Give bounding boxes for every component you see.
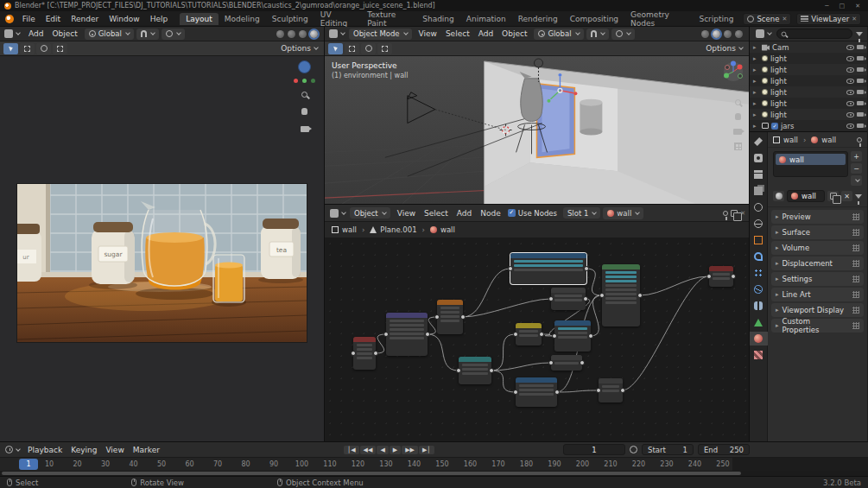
next-keyframe-button[interactable]: ▶▶ xyxy=(402,446,418,454)
render-visibility-icon[interactable] xyxy=(857,79,864,83)
editor-type-button[interactable] xyxy=(327,29,346,38)
properties-tab-particles[interactable] xyxy=(750,266,768,280)
shader-type-dropdown[interactable]: Object xyxy=(350,207,390,219)
render-visibility-icon[interactable] xyxy=(857,112,864,117)
jump-to-end-button[interactable]: ▶│ xyxy=(419,446,434,454)
breadcrumb-item[interactable]: wall xyxy=(342,225,357,234)
grip-icon[interactable] xyxy=(852,229,859,236)
menu-object[interactable]: Object xyxy=(48,29,81,38)
tool-select-lasso-button[interactable] xyxy=(53,43,67,54)
horizontal-scrollbar[interactable] xyxy=(0,471,868,476)
unlink-scene-icon[interactable]: ✕ xyxy=(782,16,787,22)
options-button[interactable]: Options xyxy=(281,44,320,53)
visibility-eye-icon[interactable] xyxy=(846,56,854,61)
shader-node-10[interactable] xyxy=(602,264,640,326)
render-visibility-icon[interactable] xyxy=(857,67,864,72)
visibility-eye-icon[interactable] xyxy=(846,45,854,50)
workspace-tab-animation[interactable]: Animation xyxy=(460,13,512,25)
remove-slot-button[interactable]: − xyxy=(851,163,862,174)
axis-z-dot[interactable] xyxy=(311,79,315,83)
previous-keyframe-button[interactable]: ◀◀ xyxy=(360,446,377,454)
grip-icon[interactable] xyxy=(852,291,859,298)
timeline-editor-button[interactable] xyxy=(3,446,22,453)
workspace-tab-scripting[interactable]: Scripting xyxy=(693,13,739,25)
breadcrumb-material[interactable]: wall xyxy=(821,136,836,144)
properties-tab-material[interactable] xyxy=(750,332,768,345)
expand-arrow-icon[interactable]: ▸ xyxy=(753,123,759,130)
visibility-eye-icon[interactable] xyxy=(846,67,854,73)
snap-dropdown[interactable] xyxy=(136,29,159,40)
node-canvas[interactable] xyxy=(325,238,749,441)
material-slot-item[interactable]: wall xyxy=(776,154,846,165)
maximize-button[interactable]: □ xyxy=(836,3,849,10)
menu-window[interactable]: Window xyxy=(104,15,145,23)
breadcrumb-object[interactable]: wall xyxy=(783,136,798,144)
workspace-tab-sculpting[interactable]: Sculpting xyxy=(266,13,314,25)
render-visibility-icon[interactable] xyxy=(857,45,864,49)
material-shading-icon[interactable] xyxy=(299,30,307,38)
workspace-tab-shading[interactable]: Shading xyxy=(416,13,460,25)
navigation-gizmo-icon[interactable] xyxy=(298,60,311,73)
outliner-row-light[interactable]: ▸light xyxy=(750,98,867,109)
proportional-edit-dropdown[interactable] xyxy=(162,29,185,40)
copy-icon[interactable] xyxy=(731,210,738,217)
menu-playback[interactable]: Playback xyxy=(23,446,67,454)
mode-dropdown[interactable]: Object Mode xyxy=(349,29,412,40)
playhead[interactable]: 1 xyxy=(19,459,38,470)
menu-add[interactable]: Add xyxy=(474,29,497,38)
material-shading-icon[interactable] xyxy=(724,30,732,38)
use-nodes-checkbox[interactable]: ✓ xyxy=(508,209,516,217)
outliner-search-input[interactable] xyxy=(776,29,852,39)
grip-icon[interactable] xyxy=(852,307,859,314)
jump-to-start-button[interactable]: │◀ xyxy=(344,446,359,454)
material-selector[interactable]: wall xyxy=(603,207,643,219)
shader-node-4[interactable] xyxy=(510,253,586,284)
editor-type-button[interactable] xyxy=(754,29,773,38)
wireframe-shading-icon[interactable] xyxy=(276,30,284,38)
shader-node-8[interactable] xyxy=(551,355,582,371)
breadcrumb-item[interactable]: Plane.001 xyxy=(380,225,416,234)
tool-select-circle-button[interactable] xyxy=(36,43,51,54)
visibility-eye-icon[interactable] xyxy=(846,112,854,117)
blender-menu-icon[interactable] xyxy=(5,15,14,23)
menu-select[interactable]: Select xyxy=(420,209,453,218)
tool-tweak-button[interactable] xyxy=(328,43,343,54)
material-name-field[interactable]: wall xyxy=(787,190,825,202)
expand-arrow-icon[interactable]: ▸ xyxy=(753,55,759,62)
shader-node-5[interactable] xyxy=(551,288,586,310)
close-button[interactable]: ✕ xyxy=(852,3,864,10)
pan-button[interactable] xyxy=(732,111,744,123)
properties-tab-output[interactable] xyxy=(750,168,768,181)
visibility-eye-icon[interactable] xyxy=(846,79,854,84)
section-settings[interactable]: ▸Settings xyxy=(771,272,864,286)
new-material-button[interactable] xyxy=(827,191,839,201)
editor-type-button[interactable] xyxy=(328,209,347,218)
section-preview[interactable]: ▸Preview xyxy=(771,210,864,224)
properties-tab-world[interactable] xyxy=(750,217,768,231)
grip-icon[interactable] xyxy=(852,213,859,220)
menu-node[interactable]: Node xyxy=(476,209,505,218)
menu-file[interactable]: File xyxy=(17,15,41,23)
outliner-row-light[interactable]: ▸light xyxy=(750,64,867,75)
expand-arrow-icon[interactable]: ▸ xyxy=(753,78,759,85)
play-reverse-button[interactable]: ◀ xyxy=(377,446,388,454)
properties-tab-tool[interactable] xyxy=(750,135,768,149)
properties-tab-view-layer[interactable] xyxy=(750,184,768,198)
material-slot-list[interactable]: wall xyxy=(773,151,848,177)
shader-node-12[interactable] xyxy=(709,266,733,287)
workspace-tab-modeling[interactable]: Modeling xyxy=(219,13,266,25)
menu-object[interactable]: Object xyxy=(497,29,531,38)
properties-tab-constraints[interactable] xyxy=(750,299,768,313)
render-visibility-icon[interactable] xyxy=(857,90,864,94)
navigation-gizmo[interactable] xyxy=(721,60,745,84)
breadcrumb-item[interactable]: wall xyxy=(440,225,455,234)
workspace-tab-uv-editing[interactable]: UV Editing xyxy=(314,9,361,29)
properties-tab-object[interactable] xyxy=(750,233,768,247)
tool-select-lasso-button[interactable] xyxy=(377,43,392,54)
section-volume[interactable]: ▸Volume xyxy=(771,241,864,255)
rendered-shading-icon[interactable] xyxy=(310,30,318,38)
scrollbar-handle[interactable] xyxy=(2,472,741,475)
section-line-art[interactable]: ▸Line Art xyxy=(771,288,864,301)
filter-icon[interactable] xyxy=(855,194,862,199)
visibility-eye-icon[interactable] xyxy=(846,90,854,95)
